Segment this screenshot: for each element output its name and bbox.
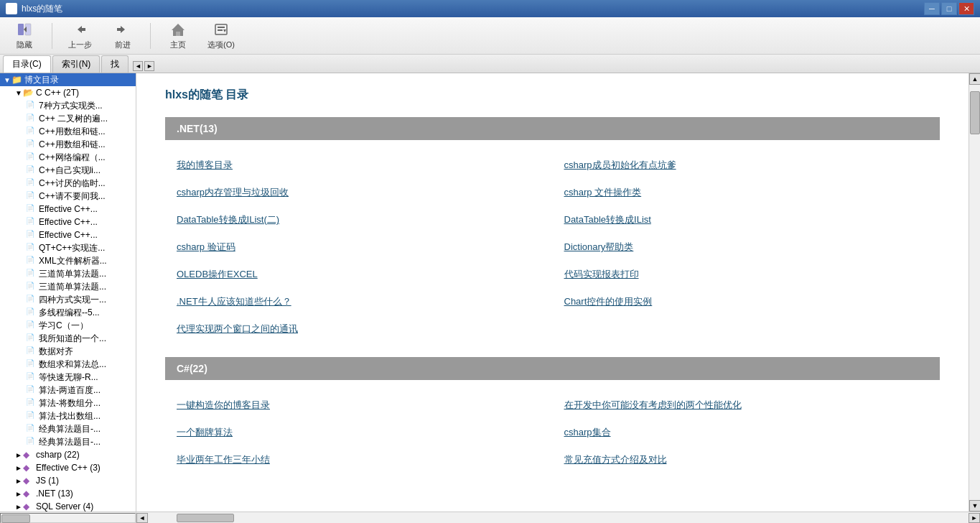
hide-button[interactable]: 隐藏 [6, 20, 43, 52]
link-item[interactable]: 一键构造你的博客目录 [165, 392, 553, 419]
doc-icon: 📄 [26, 217, 37, 227]
content-area: hlxs的随笔 目录 .NET(13) 我的博客目录 csharp成员初始化有点… [136, 73, 980, 523]
list-item[interactable]: 📄 算法-将数组分... [0, 397, 136, 409]
nav-prev-button[interactable]: ◄ [133, 61, 143, 71]
link-item[interactable]: Dictionary帮助类 [553, 233, 941, 261]
minimize-button[interactable]: ─ [924, 2, 940, 15]
tree-item-label: 多线程编程--5... [39, 307, 100, 319]
list-item[interactable]: 📄 我所知道的一个... [0, 332, 136, 345]
link-item[interactable]: .NET牛人应该知道些什么？ [165, 288, 553, 315]
list-item[interactable]: 📄 等快速无聊-R... [0, 371, 136, 384]
tree-item-effective[interactable]: ► ◆ Effective C++ (3) [0, 461, 136, 474]
tree-item-label: 博文目录 [24, 74, 59, 86]
list-item[interactable]: 📄 算法-两道百度... [0, 384, 136, 397]
tree-item-label: XML文件解析器... [39, 255, 107, 267]
list-item[interactable]: 📄 Effective C++... [0, 216, 136, 228]
link-item[interactable]: 毕业两年工作三年小结 [165, 446, 553, 473]
scroll-up-arrow[interactable]: ▲ [969, 73, 980, 85]
tree-item-label: C++网络编程（... [39, 152, 106, 164]
options-button[interactable]: 选项(O) [202, 20, 240, 52]
folder-icon: 📁 [11, 75, 23, 85]
options-icon [213, 21, 230, 38]
content-scroll[interactable]: hlxs的随笔 目录 .NET(13) 我的博客目录 csharp成员初始化有点… [136, 73, 969, 512]
list-item[interactable]: 📄 经典算法题目-... [0, 422, 136, 435]
tab-contents[interactable]: 目录(C) [3, 55, 51, 73]
list-item[interactable]: 📄 三道简单算法题... [0, 267, 136, 280]
back-icon [71, 21, 88, 38]
back-button[interactable]: 上一步 [61, 20, 98, 52]
list-item[interactable]: 📄 数组求和算法总... [0, 358, 136, 371]
nav-next-button[interactable]: ► [144, 61, 154, 71]
doc-icon: 📄 [26, 282, 37, 292]
list-item[interactable]: 📄 四种方式实现一... [0, 293, 136, 306]
vertical-scrollbar[interactable]: ▲ ▼ [969, 73, 980, 512]
content-hscroll: ◄ ► [136, 512, 980, 523]
link-item[interactable]: csharp集合 [553, 419, 941, 446]
doc-icon: 📄 [26, 307, 37, 318]
tree-item-cpp[interactable]: ▼ 📂 C C++ (2T) [0, 86, 136, 99]
tree-item-root[interactable]: ▼ 📁 博文目录 [0, 73, 136, 86]
link-item[interactable]: DataTable转换成IList [553, 206, 941, 233]
scroll-down-arrow[interactable]: ▼ [969, 500, 980, 512]
diamond-icon: ◆ [23, 463, 34, 473]
list-item[interactable]: 📄 数据对齐 [0, 345, 136, 358]
link-item[interactable]: 常见充值方式介绍及对比 [553, 446, 941, 473]
link-item[interactable]: 在开发中你可能没有考虑到的两个性能优化 [553, 392, 941, 419]
link-item[interactable]: 代理实现两个窗口之间的通讯 [165, 315, 553, 343]
list-item[interactable]: 📄 C++自己实现li... [0, 164, 136, 177]
tree-item-label: Effective C++... [39, 230, 98, 240]
list-item[interactable]: 📄 学习C（一） [0, 319, 136, 332]
link-item[interactable]: 我的博客目录 [165, 152, 553, 179]
tree-item-net[interactable]: ► ◆ .NET (13) [0, 487, 136, 500]
list-item[interactable]: 📄 C++用数组和链... [0, 125, 136, 138]
link-grid-csharp: 一键构造你的博客目录 在开发中你可能没有考虑到的两个性能优化 一个翻牌算法 cs… [165, 392, 940, 473]
link-item[interactable]: 代码实现报表打印 [553, 261, 941, 288]
svg-rect-6 [117, 28, 121, 31]
tab-index[interactable]: 索引(N) [52, 55, 101, 73]
link-item[interactable]: Chart控件的使用实例 [553, 288, 941, 315]
list-item[interactable]: 📄 C++讨厌的临时... [0, 177, 136, 190]
link-item[interactable]: csharp成员初始化有点坑爹 [553, 152, 941, 179]
hscroll-left-arrow[interactable]: ◄ [136, 513, 148, 523]
doc-icon: 📄 [26, 152, 37, 162]
diamond-icon: ◆ [23, 501, 34, 512]
list-item[interactable]: 📄 C++用数组和链... [0, 138, 136, 151]
list-item[interactable]: 📄 XML文件解析器... [0, 254, 136, 267]
list-item[interactable]: 📄 C++请不要间我... [0, 190, 136, 203]
horizontal-scrollbar[interactable] [0, 513, 136, 523]
tree-item-sql[interactable]: ► ◆ SQL Server (4) [0, 500, 136, 512]
hscroll-thumb[interactable] [177, 514, 234, 522]
tree-item-label: 7种方式实现类... [39, 100, 103, 112]
list-item[interactable]: 📄 C++ 二叉树的遍... [0, 112, 136, 125]
link-item[interactable]: 一个翻牌算法 [165, 419, 553, 446]
doc-icon: 📄 [26, 165, 37, 175]
home-button[interactable]: 主页 [159, 20, 197, 52]
list-item[interactable]: 📄 7种方式实现类... [0, 99, 136, 112]
tree-item-label: QT+C++实现连... [39, 242, 105, 254]
list-item[interactable]: 📄 QT+C++实现连... [0, 241, 136, 254]
list-item[interactable]: 📄 多线程编程--5... [0, 306, 136, 319]
sidebar-tree[interactable]: ▼ 📁 博文目录 ▼ 📂 C C++ (2T) 📄 7种方式实现类... 📄 C… [0, 73, 136, 512]
title-bar: hlxs的随笔 ─ □ ✕ [0, 0, 980, 17]
link-item[interactable]: OLEDB操作EXCEL [165, 261, 553, 288]
tree-item-js[interactable]: ► ◆ JS (1) [0, 474, 136, 487]
scroll-thumb[interactable] [970, 91, 980, 134]
link-item[interactable]: csharp内存管理与垃圾回收 [165, 179, 553, 206]
list-item[interactable]: 📄 经典算法题目-... [0, 435, 136, 448]
list-item[interactable]: 📄 三道简单算法题... [0, 280, 136, 293]
forward-button[interactable]: 前进 [104, 20, 141, 52]
link-item[interactable]: csharp 验证码 [165, 233, 553, 261]
link-item[interactable]: DataTable转换成IList(二) [165, 206, 553, 233]
list-item[interactable]: 📄 Effective C++... [0, 228, 136, 241]
window-controls: ─ □ ✕ [924, 2, 974, 15]
tree-item-csharp[interactable]: ► ◆ csharp (22) [0, 448, 136, 461]
list-item[interactable]: 📄 C++网络编程（... [0, 151, 136, 164]
list-item[interactable]: 📄 Effective C++... [0, 203, 136, 216]
hscroll-right-arrow[interactable]: ► [969, 513, 980, 523]
restore-button[interactable]: □ [941, 2, 957, 15]
link-item[interactable]: csharp 文件操作类 [553, 179, 941, 206]
tab-search[interactable]: 找 [101, 55, 129, 73]
list-item[interactable]: 📄 算法-找出数组... [0, 409, 136, 422]
close-button[interactable]: ✕ [958, 2, 974, 15]
tree-item-label: 三道简单算法题... [39, 281, 106, 293]
